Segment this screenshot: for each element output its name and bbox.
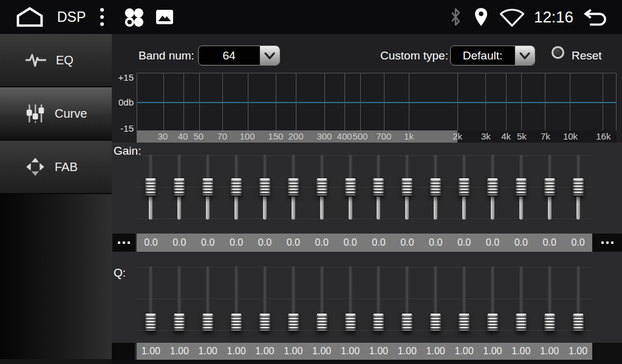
home-icon[interactable] [16,6,44,28]
q-slider[interactable] [479,265,507,333]
slider-knob[interactable] [174,178,185,197]
q-row-right-cap [592,343,622,360]
gain-value: 0.0 [393,237,422,248]
gridline [506,73,507,130]
slider-knob[interactable] [146,178,156,197]
chevron-down-icon[interactable] [259,46,279,65]
gain-slider[interactable] [165,153,194,221]
q-slider[interactable] [307,265,336,333]
slider-knob[interactable] [516,178,526,197]
slider-knob[interactable] [402,178,412,197]
gain-value-row: 0.00.00.00.00.00.00.00.00.00.00.00.00.00… [137,234,592,252]
slider-knob[interactable] [573,314,583,332]
q-value-row: 1.001.001.001.001.001.001.001.001.001.00… [137,343,592,360]
gridline [603,73,603,130]
gain-slider[interactable] [364,153,393,221]
slider-knob[interactable] [259,178,270,197]
gain-slider[interactable] [307,153,336,221]
gain-more-right-button[interactable] [592,234,622,252]
slider-knob[interactable] [345,178,355,197]
slider-knob[interactable] [259,314,270,332]
gain-slider[interactable] [393,153,422,221]
freq-tick-label: 16k [596,131,610,141]
eq-plot[interactable] [137,73,617,130]
q-slider[interactable] [507,265,535,333]
gridline [360,73,361,130]
slider-knob[interactable] [402,314,412,332]
q-slider[interactable] [564,265,592,333]
slider-knob[interactable] [231,314,242,332]
slider-knob[interactable] [231,178,242,197]
slider-knob[interactable] [288,314,298,332]
gain-slider[interactable] [137,153,165,221]
slider-knob[interactable] [288,178,298,197]
gain-slider[interactable] [336,153,364,221]
band-num-dropdown[interactable]: 64 [198,46,280,66]
q-value: 1.00 [222,346,251,357]
slider-knob[interactable] [374,178,384,197]
q-slider[interactable] [364,265,393,333]
slider-knob[interactable] [374,314,384,332]
slider-knob[interactable] [203,314,213,332]
q-slider[interactable] [137,265,165,333]
apps-clover-icon[interactable] [121,5,146,29]
q-slider[interactable] [222,265,251,333]
slider-knob[interactable] [146,314,156,332]
q-slider[interactable] [535,265,564,333]
slider-knob[interactable] [459,314,470,332]
q-slider[interactable] [450,265,479,333]
gridline [248,73,248,130]
gain-slider[interactable] [422,153,450,221]
slider-knob[interactable] [573,178,583,197]
freq-tick-label: 1k [404,131,414,141]
q-value: 1.00 [336,346,364,357]
q-slider[interactable] [194,265,222,333]
q-slider[interactable] [279,265,307,333]
slider-knob[interactable] [544,314,555,332]
gain-slider[interactable] [479,153,507,221]
q-slider[interactable] [251,265,279,333]
q-slider[interactable] [336,265,364,333]
custom-type-dropdown[interactable]: Default: [450,46,535,66]
chevron-down-icon[interactable] [514,46,535,65]
gain-slider[interactable] [222,153,251,221]
gain-slider[interactable] [251,153,279,221]
slider-knob[interactable] [431,178,441,197]
q-slider[interactable] [393,265,422,333]
q-value: 1.00 [507,346,535,357]
slider-knob[interactable] [431,314,441,332]
sidebar-item-fab[interactable]: FAB [0,141,112,194]
dsp-app-screen: DSP 12:16 [0,0,622,364]
freq-tick-label: 200 [289,131,304,141]
slider-knob[interactable] [316,178,327,197]
slider-knob[interactable] [345,314,355,332]
q-value: 1.00 [393,346,422,357]
gain-slider[interactable] [279,153,307,221]
slider-knob[interactable] [487,314,497,332]
sidebar-item-curve[interactable]: Curve [0,87,112,141]
slider-knob[interactable] [544,178,555,197]
q-value: 1.00 [194,346,222,357]
q-value: 1.00 [450,346,479,357]
gain-slider[interactable] [507,153,535,221]
gain-more-left-button[interactable] [112,234,135,252]
slider-knob[interactable] [174,314,185,332]
slider-knob[interactable] [487,178,497,197]
q-slider[interactable] [165,265,194,333]
slider-knob[interactable] [203,178,213,197]
q-slider[interactable] [422,265,450,333]
gridline [545,73,545,130]
gain-slider[interactable] [194,153,222,221]
gain-slider[interactable] [450,153,479,221]
gallery-icon[interactable] [156,10,173,24]
slider-knob[interactable] [459,178,470,197]
gain-slider[interactable] [564,153,592,221]
kebab-menu-icon[interactable] [98,7,106,27]
slider-knob[interactable] [516,314,526,332]
sidebar-item-eq[interactable]: EQ [0,34,112,87]
gain-slider[interactable] [535,153,564,221]
app-title: DSP [57,9,86,25]
reset-radio[interactable] [552,46,564,59]
slider-knob[interactable] [316,314,327,332]
back-icon[interactable] [582,7,609,27]
